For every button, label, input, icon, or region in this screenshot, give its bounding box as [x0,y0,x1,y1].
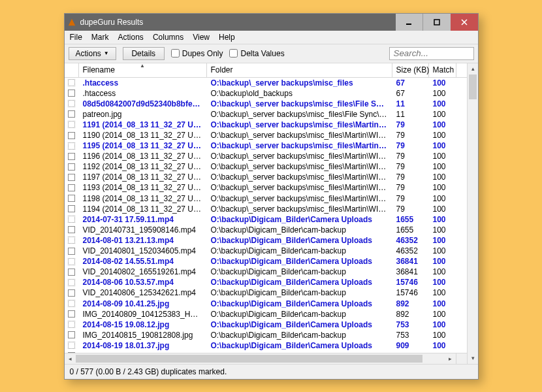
row-checkbox[interactable] [65,195,79,202]
dupes-only-checkbox-input[interactable] [171,49,180,57]
table-row[interactable]: 2014-08-06 10.53.57.mp4O:\backup\Digicam… [65,277,467,287]
table-row[interactable]: 1190 (2014_08_13 11_32_27 UTC).001O:\bac… [65,130,467,140]
checkbox-disabled-icon[interactable] [68,279,75,286]
checkbox-icon[interactable] [68,248,75,255]
menu-help[interactable]: Help [219,33,235,42]
checkbox-disabled-icon[interactable] [68,258,75,265]
details-button[interactable]: Details [123,47,165,60]
checkbox-icon[interactable] [68,163,75,171]
vertical-scrollbar[interactable]: ▴ ▾ [467,63,478,364]
row-checkbox[interactable] [65,331,79,338]
row-checkbox[interactable] [65,258,79,265]
row-checkbox[interactable] [65,310,79,318]
dupes-only-checkbox[interactable]: Dupes Only [171,49,223,58]
table-row[interactable]: 2014-08-19 18.01.37.jpgO:\backup\Digicam… [65,340,467,351]
checkbox-icon[interactable] [68,269,75,276]
row-checkbox[interactable] [65,142,79,150]
delta-values-checkbox-input[interactable] [229,49,238,57]
scroll-down-icon[interactable]: ▾ [468,353,479,364]
h-scroll-thumb[interactable] [76,355,422,363]
checkbox-disabled-icon[interactable] [68,321,75,328]
row-checkbox[interactable] [65,153,79,160]
checkbox-disabled-icon[interactable] [68,300,75,307]
table-row[interactable]: 1192 (2014_08_13 11_32_27 UTC).001O:\bac… [65,161,467,172]
table-row[interactable]: IMG_20140809_104125383_HDR.jpgO:\backup\… [65,309,467,319]
checkbox-icon[interactable] [68,205,75,212]
row-checkbox[interactable] [65,279,79,286]
checkbox-icon[interactable] [68,310,75,318]
menu-columns[interactable]: Columns [153,33,183,42]
checkbox-disabled-icon[interactable] [68,216,75,223]
table-row[interactable]: 2014-08-02 14.55.51.mp4O:\backup\Digicam… [65,256,467,267]
checkbox-icon[interactable] [68,226,75,233]
table-row[interactable]: 2014-08-09 10.41.25.jpgO:\backup\Digicam… [65,298,467,308]
column-folder[interactable]: Folder [207,63,392,77]
row-checkbox[interactable] [65,79,79,86]
actions-dropdown-button[interactable]: Actions ▼ [69,47,116,60]
delta-values-checkbox[interactable]: Delta Values [229,49,284,58]
table-row[interactable]: .htaccessO:\backup\old_backups67100 [65,88,467,99]
column-checkbox[interactable] [65,63,79,77]
table-row[interactable]: 1194 (2014_08_13 11_32_27 UTC).001O:\bac… [65,204,467,214]
menu-mark[interactable]: Mark [91,33,109,42]
row-checkbox[interactable] [65,216,79,223]
horizontal-scrollbar[interactable]: ◂ ▸ [65,353,467,364]
checkbox-icon[interactable] [68,132,75,139]
row-checkbox[interactable] [65,321,79,328]
row-checkbox[interactable] [65,132,79,139]
checkbox-disabled-icon[interactable] [68,142,75,150]
column-match[interactable]: Match [429,63,456,77]
row-checkbox[interactable] [65,205,79,212]
row-checkbox[interactable] [65,300,79,307]
column-size[interactable]: Size (KB) [392,63,429,77]
checkbox-icon[interactable] [68,90,75,97]
column-filename[interactable]: Filename ▲ [79,63,207,77]
scroll-up-icon[interactable]: ▴ [468,63,479,74]
table-row[interactable]: 1198 (2014_08_13 11_32_27 UTC).001O:\bac… [65,193,467,204]
row-checkbox[interactable] [65,174,79,181]
v-scroll-thumb[interactable] [469,74,477,99]
checkbox-icon[interactable] [68,174,75,181]
table-row[interactable]: VID_20140802_165519261.mp4O:\backup\Digi… [65,267,467,277]
titlebar[interactable]: dupeGuru Results [65,14,478,31]
table-row[interactable]: 2014-07-31 17.59.11.mp4O:\backup\Digicam… [65,214,467,225]
checkbox-icon[interactable] [68,289,75,297]
row-checkbox[interactable] [65,121,79,128]
row-checkbox[interactable] [65,269,79,276]
row-checkbox[interactable] [65,342,79,349]
table-row[interactable]: 08d5d0842007d9d52340b8bfe7a02...O:\backu… [65,99,467,109]
row-checkbox[interactable] [65,100,79,107]
menu-file[interactable]: File [70,33,82,42]
menu-view[interactable]: View [193,33,210,42]
checkbox-disabled-icon[interactable] [68,237,75,244]
scroll-right-icon[interactable]: ▸ [445,353,456,364]
menu-actions[interactable]: Actions [118,33,144,42]
table-row[interactable]: 2014-08-15 19.08.12.jpgO:\backup\Digicam… [65,319,467,330]
search-input[interactable] [389,47,474,60]
row-checkbox[interactable] [65,184,79,191]
table-row[interactable]: 1191 (2014_08_13 11_32_27 UTC).001O:\bac… [65,120,467,130]
row-checkbox[interactable] [65,237,79,244]
table-row[interactable]: patreon.jpgO:\backup\_server backups\mis… [65,109,467,120]
scroll-left-icon[interactable]: ◂ [65,353,76,364]
table-row[interactable]: IMG_20140815_190812808.jpgO:\backup\Digi… [65,330,467,340]
row-checkbox[interactable] [65,110,79,118]
table-row[interactable]: 1195 (2014_08_13 11_32_27 UTC).001O:\bac… [65,140,467,151]
table-row[interactable]: 1193 (2014_08_13 11_32_27 UTC).001O:\bac… [65,182,467,193]
checkbox-icon[interactable] [68,110,75,118]
checkbox-disabled-icon[interactable] [68,121,75,128]
checkbox-icon[interactable] [68,331,75,338]
table-row[interactable]: .htaccessO:\backup\_server backups\misc_… [65,78,467,88]
table-row[interactable]: 1197 (2014_08_13 11_32_27 UTC).001O:\bac… [65,172,467,182]
row-checkbox[interactable] [65,226,79,233]
checkbox-disabled-icon[interactable] [68,342,75,349]
minimize-button[interactable] [396,14,423,31]
row-checkbox[interactable] [65,248,79,255]
table-row[interactable]: VID_20140806_125342621.mp4O:\backup\Digi… [65,287,467,298]
maximize-button[interactable] [423,14,451,31]
close-button[interactable] [451,14,478,31]
row-checkbox[interactable] [65,289,79,297]
table-row[interactable]: 2014-08-01 13.21.13.mp4O:\backup\Digicam… [65,235,467,246]
table-row[interactable]: 1196 (2014_08_13 11_32_27 UTC).001O:\bac… [65,151,467,161]
row-checkbox[interactable] [65,90,79,97]
